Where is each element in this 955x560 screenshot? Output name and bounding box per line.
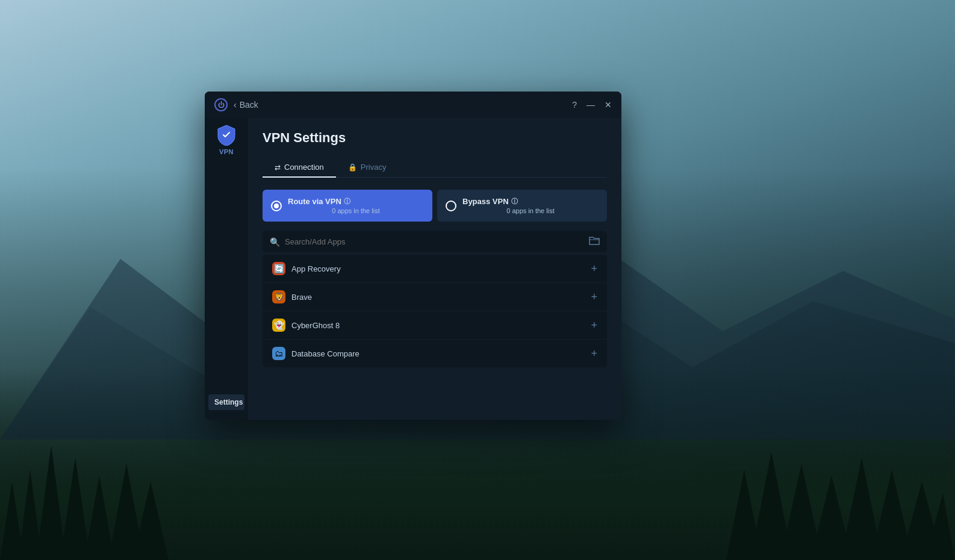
add-brave-button[interactable]: + — [591, 291, 597, 303]
bypass-vpn-info-icon: ⓘ — [511, 197, 518, 206]
page-title: VPN Settings — [263, 130, 607, 146]
svg-marker-5 — [60, 458, 90, 560]
add-app-recovery-button[interactable]: + — [591, 263, 597, 275]
vpn-label: VPN — [219, 148, 234, 155]
tab-connection[interactable]: ⇄ Connection — [263, 158, 336, 178]
back-chevron-icon: ‹ — [234, 100, 237, 110]
title-bar: ⏻ ‹ Back ? — ✕ — [205, 92, 621, 118]
left-trees — [0, 349, 181, 560]
folder-icon — [589, 236, 600, 246]
bypass-vpn-sublabel: 0 apps in the list — [462, 207, 599, 214]
svg-marker-4 — [0, 482, 24, 560]
bypass-vpn-radio — [446, 201, 456, 211]
connection-tab-label: Connection — [284, 163, 324, 172]
back-button[interactable]: ‹ Back — [234, 100, 258, 110]
route-via-vpn-label: Route via VPN ⓘ — [288, 197, 424, 206]
power-icon: ⏻ — [214, 98, 228, 111]
route-via-vpn-info-icon: ⓘ — [344, 197, 350, 206]
apps-list: 🔄 App Recovery + 🦁 Brave + 👻 C — [263, 255, 607, 367]
bypass-vpn-text: Bypass VPN ⓘ 0 apps in the list — [462, 197, 599, 214]
svg-marker-3 — [36, 446, 66, 560]
database-compare-name: Database Compare — [291, 349, 585, 358]
app-recovery-icon: 🔄 — [272, 262, 285, 275]
connection-tab-icon: ⇄ — [275, 163, 281, 172]
app-item-database-compare: 🗂 Database Compare + — [263, 340, 607, 367]
bypass-vpn-option[interactable]: Bypass VPN ⓘ 0 apps in the list — [437, 190, 607, 222]
app-item-brave: 🦁 Brave + — [263, 283, 607, 311]
cyberghost-name: CyberGhost 8 — [291, 321, 585, 330]
search-bar: 🔍 — [263, 231, 607, 252]
help-button[interactable]: ? — [572, 100, 577, 110]
title-bar-left: ⏻ ‹ Back — [214, 98, 258, 111]
cyberghost-icon: 👻 — [272, 319, 285, 332]
close-button[interactable]: ✕ — [605, 100, 612, 110]
route-via-vpn-option[interactable]: Route via VPN ⓘ 0 apps in the list — [263, 190, 432, 222]
add-cyberghost-button[interactable]: + — [591, 319, 597, 332]
title-bar-right: ? — ✕ — [572, 100, 612, 110]
privacy-tab-icon: 🔒 — [348, 163, 357, 172]
minimize-button[interactable]: — — [586, 100, 595, 110]
window-content: VPN Settings VPN Settings ⇄ Connection 🔒… — [205, 118, 621, 420]
search-icon: 🔍 — [270, 237, 280, 247]
route-via-vpn-sublabel: 0 apps in the list — [288, 207, 424, 214]
app-recovery-name: App Recovery — [291, 264, 585, 273]
privacy-tab-label: Privacy — [361, 163, 387, 172]
sidebar-bottom: Settings — [208, 394, 244, 420]
tabs-bar: ⇄ Connection 🔒 Privacy — [263, 158, 607, 178]
shield-icon — [216, 124, 237, 146]
browse-folder-button[interactable] — [589, 236, 600, 247]
tab-privacy[interactable]: 🔒 Privacy — [336, 158, 399, 178]
route-options: Route via VPN ⓘ 0 apps in the list Bypas… — [263, 190, 607, 222]
bypass-vpn-label: Bypass VPN ⓘ — [462, 197, 599, 206]
vpn-nav-item[interactable]: VPN — [216, 124, 237, 155]
app-window: ⏻ ‹ Back ? — ✕ VPN Settings — [205, 92, 621, 420]
main-content: VPN Settings ⇄ Connection 🔒 Privacy — [248, 118, 621, 420]
add-database-compare-button[interactable]: + — [591, 347, 597, 360]
route-via-vpn-text: Route via VPN ⓘ 0 apps in the list — [288, 197, 424, 214]
brave-icon: 🦁 — [272, 290, 285, 303]
settings-button[interactable]: Settings — [208, 394, 244, 410]
search-input[interactable] — [285, 237, 584, 246]
back-label: Back — [240, 100, 258, 110]
brave-name: Brave — [291, 293, 585, 302]
svg-marker-8 — [132, 482, 169, 560]
app-item-app-recovery: 🔄 App Recovery + — [263, 255, 607, 283]
sidebar: VPN Settings — [205, 118, 248, 420]
database-compare-icon: 🗂 — [272, 347, 285, 360]
route-via-vpn-radio — [271, 201, 282, 211]
app-item-cyberghost: 👻 CyberGhost 8 + — [263, 311, 607, 340]
right-trees — [714, 349, 955, 560]
svg-marker-6 — [84, 476, 114, 560]
